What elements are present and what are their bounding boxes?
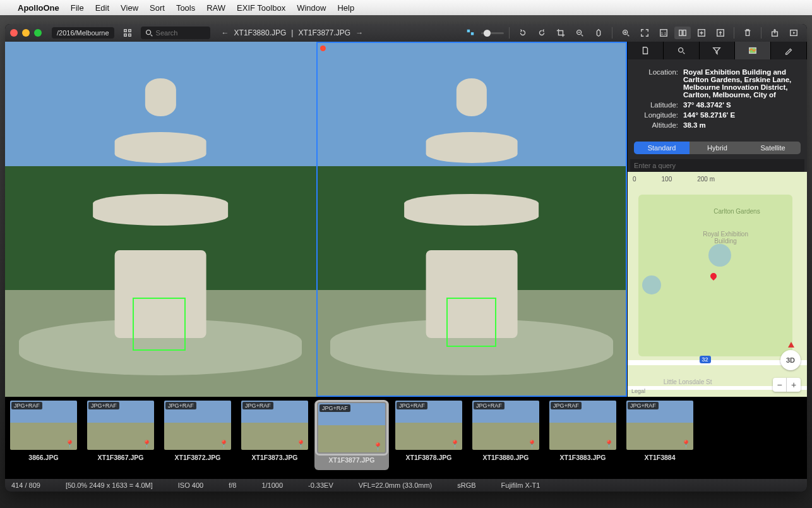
latitude-label: Latitude: [635, 101, 678, 109]
right-image-name: XT1F3877.JPG [298, 28, 350, 37]
svg-rect-22 [717, 30, 724, 37]
rotate-cw-button[interactable] [534, 27, 550, 39]
map-mode-hybrid[interactable]: Hybrid [690, 142, 745, 154]
next-image-button[interactable]: → [355, 28, 363, 37]
slideshow-button[interactable] [785, 27, 802, 39]
format-badge: JPG+RAF [165, 402, 196, 409]
zoom-out-button[interactable] [571, 27, 588, 39]
status-count: 414 / 809 [11, 481, 40, 489]
zoom-in-button[interactable] [618, 27, 634, 39]
crop-button[interactable] [552, 27, 569, 39]
tab-loupe[interactable] [664, 42, 700, 59]
svg-line-10 [582, 35, 583, 37]
format-badge: JPG+RAF [88, 402, 119, 409]
filmstrip[interactable]: JPG+RAF📍3866.JPGJPG+RAF📍XT1F3867.JPGJPG+… [5, 397, 807, 479]
map-zoom-out-button[interactable]: − [773, 378, 787, 392]
thumbnail-image: JPG+RAF📍 [626, 401, 693, 450]
menu-exif[interactable]: EXIF Toolbox [237, 3, 285, 13]
path-display[interactable]: /2016/Melbourne [52, 27, 114, 39]
zoom-slider[interactable] [481, 32, 504, 34]
map-legal-link[interactable]: Legal [631, 388, 645, 394]
actual-size-button[interactable]: 1:1 [655, 27, 672, 39]
left-image-name: XT1F3880.JPG [234, 28, 287, 37]
svg-rect-7 [471, 32, 474, 35]
menu-help[interactable]: Help [337, 3, 354, 13]
thumbnail[interactable]: JPG+RAF📍3866.JPG [6, 401, 81, 470]
left-pane[interactable] [5, 42, 316, 397]
menu-tools[interactable]: Tools [176, 3, 195, 13]
format-badge: JPG+RAF [11, 402, 42, 409]
svg-line-29 [683, 52, 684, 54]
status-shutter: 1/1000 [261, 481, 283, 489]
thumbnail[interactable]: JPG+RAF📍XT1F3883.JPG [546, 401, 620, 470]
status-aperture: f/8 [229, 481, 236, 489]
format-badge: JPG+RAF [242, 402, 273, 409]
svg-rect-3 [128, 34, 131, 37]
menu-raw[interactable]: RAW [206, 3, 225, 13]
status-camera: Fujifilm X-T1 [501, 481, 540, 489]
tab-filter[interactable] [700, 42, 736, 59]
thumbnail[interactable]: JPG+RAF📍XT1F3877.JPG [314, 401, 389, 470]
map-query-input[interactable] [630, 159, 804, 172]
svg-rect-17 [679, 30, 682, 36]
map-view[interactable]: 0 100 200 m Carlton Gardens Royal Exhibi… [628, 172, 807, 397]
thumbnail-image: JPG+RAF📍 [241, 401, 308, 450]
grid-view-button[interactable] [119, 27, 136, 39]
svg-point-11 [623, 30, 628, 35]
search-input[interactable] [156, 29, 206, 37]
prev-image-button[interactable]: ← [222, 28, 229, 37]
geo-pin-icon: 📍 [604, 440, 614, 449]
zoom-button[interactable] [34, 29, 42, 37]
format-badge: JPG+RAF [319, 404, 350, 412]
minimize-button[interactable] [22, 29, 30, 37]
thumbnail[interactable]: JPG+RAF📍XT1F3880.JPG [469, 401, 543, 470]
map-mode-standard[interactable]: Standard [634, 142, 690, 154]
menu-sort[interactable]: Sort [150, 3, 165, 13]
thumbnail[interactable]: JPG+RAF📍XT1F3867.JPG [83, 401, 158, 470]
menu-edit[interactable]: Edit [95, 3, 109, 13]
svg-rect-0 [124, 30, 126, 32]
thumbnail[interactable]: JPG+RAF📍XT1F3884 [623, 401, 697, 470]
tab-map[interactable] [735, 42, 771, 59]
align-top-icon[interactable] [462, 27, 479, 39]
compare-button[interactable] [674, 27, 691, 39]
main-area: Location:Royal Exhibition Building and C… [5, 42, 807, 397]
menu-view[interactable]: View [121, 3, 138, 13]
share-button[interactable] [767, 27, 783, 39]
map-zoom-in-button[interactable]: + [787, 378, 801, 392]
tag-button[interactable] [590, 27, 607, 39]
svg-rect-15 [660, 30, 667, 37]
svg-point-4 [146, 30, 150, 35]
geo-pin-icon: 📍 [142, 440, 152, 449]
thumbnail-image: JPG+RAF📍 [10, 401, 77, 450]
thumbnail[interactable]: JPG+RAF📍XT1F3872.JPG [160, 401, 235, 470]
thumbnail[interactable]: JPG+RAF📍XT1F3873.JPG [237, 401, 312, 470]
map-3d-button[interactable]: 3D [780, 350, 801, 370]
menu-file[interactable]: File [71, 3, 84, 13]
map-zoom-controls: − + [773, 378, 801, 392]
rotate-ccw-button[interactable] [515, 27, 531, 39]
thumbnail-filename: XT1F3867.JPG [98, 454, 144, 461]
menu-window[interactable]: Window [297, 3, 326, 13]
thumbnail-filename: 3866.JPG [28, 454, 58, 461]
thumbnail-filename: XT1F3872.JPG [175, 454, 221, 461]
geo-pin-icon: 📍 [296, 440, 306, 449]
svg-rect-19 [698, 30, 705, 37]
tab-info[interactable] [628, 42, 664, 59]
app-name[interactable]: ApolloOne [18, 3, 59, 13]
fit-screen-button[interactable] [636, 27, 653, 39]
close-button[interactable] [10, 29, 18, 37]
compass-icon[interactable] [788, 342, 794, 348]
map-route-shield: 32 [700, 356, 711, 363]
right-pane[interactable] [316, 42, 628, 397]
add-to-compare-button[interactable] [693, 27, 710, 39]
location-value: Royal Exhibition Building and Carlton Ga… [683, 68, 799, 99]
thumbnail[interactable]: JPG+RAF📍XT1F3878.JPG [391, 401, 466, 470]
trash-button[interactable] [739, 27, 756, 39]
map-mode-satellite[interactable]: Satellite [745, 142, 801, 154]
search-field[interactable] [141, 27, 210, 39]
map-mode-segment[interactable]: Standard Hybrid Satellite [634, 142, 801, 154]
export-frame-button[interactable] [712, 27, 729, 39]
tab-edit[interactable] [771, 42, 807, 59]
svg-point-8 [577, 30, 582, 35]
